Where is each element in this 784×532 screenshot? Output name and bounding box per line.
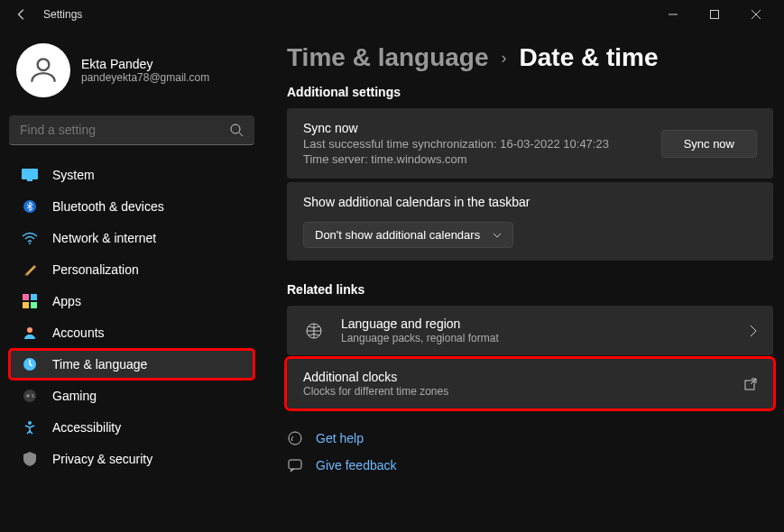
sidebar-item-label: System [52, 168, 95, 182]
sidebar-item-label: Accessibility [52, 420, 121, 435]
accessibility-icon [23, 420, 37, 435]
avatar [16, 43, 70, 97]
sidebar-item-gaming[interactable]: Gaming [9, 381, 254, 411]
sidebar-item-bluetooth[interactable]: Bluetooth & devices [9, 191, 254, 222]
accounts-icon [23, 326, 37, 340]
gaming-icon [22, 390, 38, 402]
get-help-link[interactable]: Get help [287, 425, 773, 452]
main-content: Time & language › Date & time Additional… [262, 29, 784, 532]
sync-now-button[interactable]: Sync now [661, 130, 757, 158]
sidebar-item-label: Gaming [52, 389, 97, 403]
get-help-text[interactable]: Get help [316, 431, 364, 445]
search-icon [229, 123, 244, 137]
maximize-icon [710, 10, 719, 19]
language-region-sub: Language packs, regional format [341, 332, 750, 344]
external-link-icon [744, 378, 757, 390]
language-region-title: Language and region [341, 316, 750, 331]
close-icon [752, 10, 761, 19]
svg-rect-14 [31, 302, 37, 308]
svg-point-4 [38, 59, 50, 70]
svg-point-10 [29, 243, 31, 244]
close-button[interactable] [735, 0, 777, 29]
svg-point-18 [32, 394, 33, 396]
sidebar-item-label: Network & internet [52, 231, 156, 245]
window-title: Settings [43, 8, 82, 21]
sidebar-item-label: Bluetooth & devices [52, 199, 164, 214]
back-button[interactable] [7, 0, 36, 29]
feedback-icon [287, 457, 303, 473]
svg-rect-12 [31, 294, 37, 300]
calendar-label: Show additional calendars in the taskbar [303, 195, 757, 209]
breadcrumb: Time & language › Date & time [287, 43, 773, 72]
additional-settings-heading: Additional settings [287, 85, 773, 99]
brush-icon [23, 262, 37, 277]
sidebar-item-label: Accounts [52, 326, 105, 340]
breadcrumb-current: Date & time [520, 43, 659, 72]
shield-icon [23, 452, 36, 466]
sidebar-item-label: Personalization [52, 262, 139, 277]
svg-rect-1 [711, 11, 719, 19]
apps-icon [23, 294, 37, 308]
search-input[interactable] [20, 123, 229, 137]
svg-point-15 [27, 327, 32, 333]
svg-rect-11 [23, 294, 29, 300]
sidebar-item-system[interactable]: System [9, 160, 254, 190]
svg-line-6 [239, 133, 243, 136]
svg-rect-7 [22, 169, 38, 179]
additional-clocks-sub: Clocks for different time zones [303, 385, 744, 398]
svg-rect-13 [23, 302, 29, 308]
calendar-selected: Don't show additional calendars [315, 228, 480, 242]
sidebar: Ekta Pandey pandeyekta78@gmail.com Syste… [0, 29, 262, 532]
chevron-down-icon [493, 233, 502, 238]
sidebar-item-label: Time & language [52, 357, 147, 371]
related-links-heading: Related links [287, 282, 773, 297]
svg-point-5 [231, 124, 240, 133]
give-feedback-text[interactable]: Give feedback [316, 458, 397, 472]
svg-point-20 [28, 421, 32, 425]
svg-point-19 [32, 396, 34, 398]
additional-clocks-card[interactable]: Additional clocks Clocks for different t… [287, 359, 773, 408]
profile-email: pandeyekta78@gmail.com [81, 71, 209, 84]
svg-point-23 [289, 432, 301, 445]
minimize-button[interactable] [652, 0, 694, 29]
svg-rect-24 [289, 460, 301, 469]
chevron-right-icon: › [502, 49, 507, 68]
globe-icon [305, 322, 323, 340]
chevron-right-icon [750, 325, 757, 337]
sync-last: Last successful time synchronization: 16… [303, 137, 609, 151]
maximize-button[interactable] [694, 0, 735, 29]
breadcrumb-parent[interactable]: Time & language [287, 43, 489, 72]
sidebar-item-accessibility[interactable]: Accessibility [9, 412, 254, 443]
sidebar-item-privacy[interactable]: Privacy & security [9, 444, 254, 474]
sync-card: Sync now Last successful time synchroniz… [287, 108, 773, 179]
arrow-left-icon [15, 8, 28, 21]
sidebar-item-apps[interactable]: Apps [9, 286, 254, 316]
clock-globe-icon [23, 357, 37, 371]
sidebar-item-time-language[interactable]: Time & language [9, 349, 254, 380]
calendar-dropdown[interactable]: Don't show additional calendars [303, 222, 513, 248]
sidebar-item-accounts[interactable]: Accounts [9, 317, 254, 348]
sidebar-item-network[interactable]: Network & internet [9, 223, 254, 253]
sync-server: Time server: time.windows.com [303, 152, 609, 166]
wifi-icon [22, 232, 38, 244]
profile-name: Ekta Pandey [81, 57, 209, 71]
search-box[interactable] [9, 115, 254, 145]
language-region-card[interactable]: Language and region Language packs, regi… [287, 306, 773, 355]
sidebar-item-personalization[interactable]: Personalization [9, 254, 254, 285]
profile-block[interactable]: Ekta Pandey pandeyekta78@gmail.com [9, 36, 262, 105]
additional-clocks-title: Additional clocks [303, 370, 744, 384]
person-icon [26, 53, 60, 87]
calendar-card: Show additional calendars in the taskbar… [287, 182, 773, 261]
svg-rect-8 [27, 179, 32, 181]
bluetooth-icon [23, 199, 36, 214]
sidebar-item-label: Privacy & security [52, 452, 152, 466]
give-feedback-link[interactable]: Give feedback [287, 452, 773, 479]
monitor-icon [22, 169, 38, 181]
sync-title: Sync now [303, 121, 609, 135]
minimize-icon [669, 10, 678, 19]
sidebar-item-label: Apps [52, 294, 81, 308]
help-icon [287, 430, 303, 446]
